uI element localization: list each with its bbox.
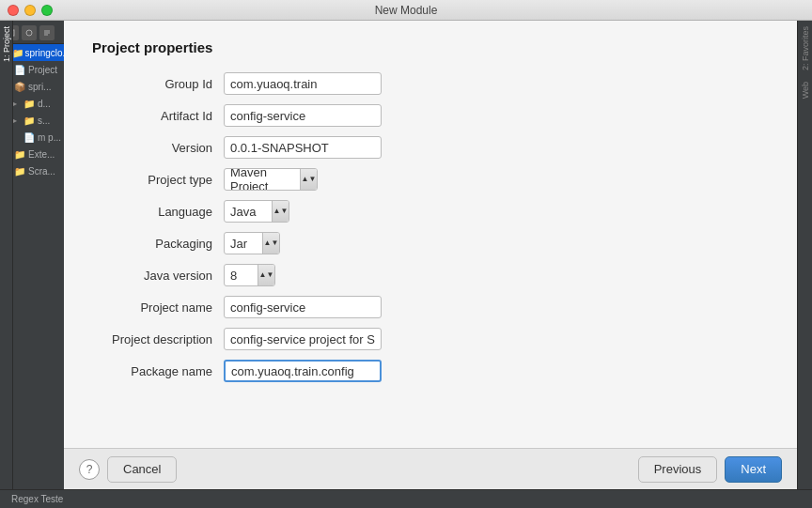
chevron-down-icon-lang: ▲▼ <box>273 208 289 215</box>
select-java-version[interactable]: 8 ▲▼ <box>224 264 275 286</box>
select-packaging-arrow[interactable]: ▲▼ <box>262 233 279 254</box>
form-row-project-desc: Project description <box>92 328 769 350</box>
module-icon: 📦 <box>13 82 26 92</box>
main-layout: ▶ 📁 springclo... 📄 Project ▼ 📦 spri... ▶ <box>0 21 812 489</box>
window-title: New Module <box>375 4 438 17</box>
tree-label-project: Project <box>28 65 57 75</box>
svg-point-1 <box>26 30 32 36</box>
tree-label-s: s... <box>38 115 50 126</box>
footer-left: ? Cancel <box>79 456 177 483</box>
label-version: Version <box>92 141 224 155</box>
input-project-desc[interactable] <box>224 328 382 350</box>
dialog-footer: ? Cancel Previous Next <box>64 448 797 489</box>
label-java-version: Java version <box>92 269 224 283</box>
form-row-language: Language Java ▲▼ <box>92 200 769 223</box>
next-button[interactable]: Next <box>725 456 782 483</box>
chevron-down-icon: ▲▼ <box>302 176 317 183</box>
folder-icon-d: 📁 <box>23 99 36 109</box>
project-icon: 📁 <box>12 48 23 58</box>
left-panel: ▶ 📁 springclo... 📄 Project ▼ 📦 spri... ▶ <box>0 21 64 489</box>
label-artifact-id: Artifact Id <box>92 109 224 123</box>
input-group-id[interactable] <box>224 72 382 95</box>
tree-label-spri: spri... <box>28 82 51 92</box>
help-button[interactable]: ? <box>79 459 100 480</box>
toolbar-icon-3[interactable] <box>39 25 55 40</box>
status-regex[interactable]: Regex Teste <box>8 494 67 504</box>
input-version[interactable] <box>224 136 382 159</box>
label-project-desc: Project description <box>92 332 224 346</box>
maximize-button[interactable] <box>41 5 53 16</box>
select-packaging-value: Jar <box>225 235 262 253</box>
window-controls <box>8 5 53 16</box>
select-language[interactable]: Java ▲▼ <box>224 200 289 223</box>
minimize-button[interactable] <box>24 5 36 16</box>
tree-label-ext: Exte... <box>28 149 55 160</box>
input-package-name[interactable] <box>224 360 382 382</box>
form-row-package-name: Package name <box>92 360 769 382</box>
input-project-name[interactable] <box>224 296 382 318</box>
folder-icon-ext: 📁 <box>13 149 26 160</box>
main-window: New Module <box>0 0 812 508</box>
select-project-type[interactable]: Maven Project ▲▼ <box>224 168 318 191</box>
form-row-java-version: Java version 8 ▲▼ <box>92 264 769 286</box>
file-icon-m: 📄 <box>23 132 36 143</box>
cancel-button[interactable]: Cancel <box>107 456 177 483</box>
status-bar: Regex Teste <box>0 489 812 508</box>
input-artifact-id[interactable] <box>224 104 382 127</box>
select-language-arrow[interactable]: ▲▼ <box>272 201 289 222</box>
label-package-name: Package name <box>92 364 224 378</box>
tree-label-springcloud: springclo... <box>25 48 64 58</box>
form-row-project-type: Project type Maven Project ▲▼ <box>92 168 769 191</box>
previous-button[interactable]: Previous <box>638 456 718 483</box>
chevron-down-icon-pkg: ▲▼ <box>264 239 279 247</box>
label-group-id: Group Id <box>92 77 224 91</box>
dialog-body: Project properties Group Id Artifact Id … <box>64 21 797 448</box>
folder-icon-scra: 📁 <box>13 166 26 177</box>
label-project-type: Project type <box>92 173 224 187</box>
dialog: Project properties Group Id Artifact Id … <box>64 21 797 489</box>
form-row-artifact-id: Artifact Id <box>92 104 769 127</box>
form-row-project-name: Project name <box>92 296 769 318</box>
select-packaging[interactable]: Jar ▲▼ <box>224 232 280 254</box>
close-button[interactable] <box>8 5 19 16</box>
footer-right: Previous Next <box>638 456 782 483</box>
form-row-version: Version <box>92 136 769 159</box>
select-project-type-value: Maven Project <box>225 168 300 191</box>
tab-web[interactable]: Web <box>799 76 812 104</box>
label-project-name: Project name <box>92 300 224 315</box>
tab-favorites[interactable]: 2: Favorites <box>799 21 812 76</box>
right-panel-tabs: 2: Favorites Web <box>797 21 812 489</box>
select-project-type-arrow[interactable]: ▲▼ <box>300 169 317 190</box>
select-java-version-arrow[interactable]: ▲▼ <box>258 265 274 285</box>
chevron-down-icon-jv: ▲▼ <box>259 271 274 279</box>
form-row-packaging: Packaging Jar ▲▼ <box>92 232 769 254</box>
toolbar-icon-2[interactable] <box>22 25 37 40</box>
titlebar: New Module <box>0 0 812 21</box>
form-row-group-id: Group Id <box>92 72 769 95</box>
label-packaging: Packaging <box>92 237 224 251</box>
vertical-tabs-left: 1: Project <box>0 21 13 489</box>
project-file-icon: 📄 <box>13 65 26 75</box>
tree-label-m: m p... <box>38 132 61 143</box>
select-java-version-value: 8 <box>225 267 258 285</box>
tree-label-scra: Scra... <box>28 166 55 177</box>
select-language-value: Java <box>225 203 272 221</box>
dialog-title: Project properties <box>92 39 769 55</box>
tab-project[interactable]: 1: Project <box>0 21 13 68</box>
folder-icon-s: 📁 <box>23 115 36 126</box>
tree-label-d: d... <box>38 99 51 109</box>
label-language: Language <box>92 205 224 219</box>
